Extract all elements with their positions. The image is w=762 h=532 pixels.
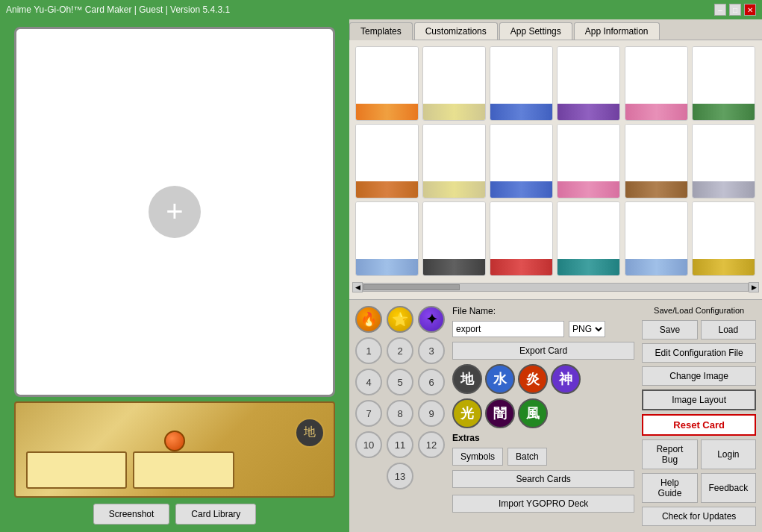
app-title: Anime Yu-Gi-Oh!™ Card Maker | Guest | Ve… xyxy=(6,4,230,15)
card-attribute-symbol: 地 xyxy=(295,418,325,448)
template-card[interactable] xyxy=(490,46,553,121)
load-button[interactable]: Load xyxy=(701,320,756,339)
scroll-track[interactable] xyxy=(363,283,749,292)
spell-attribute-circle[interactable]: ✦ xyxy=(418,306,445,333)
import-ygopro-button[interactable]: Import YGOPRO Deck xyxy=(452,495,634,513)
reset-card-button[interactable]: Reset Card xyxy=(642,414,756,436)
template-card[interactable] xyxy=(692,201,755,276)
bottom-controls: 🔥 ⭐ ✦ 1 2 3 4 5 6 7 8 9 10 11 12 xyxy=(349,299,762,532)
num-7[interactable]: 7 xyxy=(355,400,382,427)
add-card-icon[interactable]: + xyxy=(149,186,201,238)
num-5[interactable]: 5 xyxy=(387,369,413,395)
num-3[interactable]: 3 xyxy=(418,337,445,364)
template-card[interactable] xyxy=(692,46,755,121)
template-card[interactable] xyxy=(625,124,688,198)
num-13[interactable]: 13 xyxy=(387,463,413,489)
close-button[interactable]: ✕ xyxy=(744,4,756,16)
template-card[interactable] xyxy=(355,46,419,121)
right-buttons-section: Save/Load Configuration Save Load Edit C… xyxy=(642,306,756,526)
image-layout-button[interactable]: Image Layout xyxy=(642,389,756,410)
card-text-box-2 xyxy=(133,451,234,489)
dark-attribute[interactable]: 闇 xyxy=(485,398,515,428)
divine-attribute[interactable]: 神 xyxy=(551,364,581,394)
template-card[interactable] xyxy=(557,46,620,121)
tab-customizations[interactable]: Customizations xyxy=(414,22,498,40)
login-button[interactable]: Login xyxy=(701,439,756,469)
search-cards-button[interactable]: Search Cards xyxy=(452,470,634,488)
earth-attribute[interactable]: 地 xyxy=(452,364,482,394)
report-bug-button[interactable]: Report Bug xyxy=(642,439,697,469)
save-load-label: Save/Load Configuration xyxy=(642,306,756,315)
card-text-boxes xyxy=(23,451,289,489)
file-name-label: File Name: xyxy=(452,306,496,316)
num-10[interactable]: 10 xyxy=(355,431,382,458)
num-2[interactable]: 2 xyxy=(387,337,413,364)
template-card[interactable] xyxy=(692,124,755,198)
screenshot-button[interactable]: Screenshot xyxy=(93,504,170,525)
num-12[interactable]: 12 xyxy=(418,431,445,458)
num-9[interactable]: 9 xyxy=(418,400,445,427)
num-1[interactable]: 1 xyxy=(355,337,382,364)
num-empty-2 xyxy=(418,463,445,489)
extras-label: Extras xyxy=(452,433,480,443)
format-select[interactable]: PNG JPG BMP xyxy=(569,321,605,337)
number-grid: 1 2 3 4 5 6 7 8 9 10 11 12 13 xyxy=(355,337,445,489)
maximize-button[interactable]: □ xyxy=(729,4,741,16)
attribute-section: 🔥 ⭐ ✦ 1 2 3 4 5 6 7 8 9 10 11 12 xyxy=(355,306,445,526)
change-image-button[interactable]: Change Image xyxy=(642,366,756,386)
scroll-left-arrow[interactable]: ◀ xyxy=(352,282,363,292)
tab-app-settings[interactable]: App Settings xyxy=(499,22,572,40)
mid-section: File Name: PNG JPG BMP Export Card 地 水 炎 xyxy=(452,306,634,526)
title-bar: Anime Yu-Gi-Oh!™ Card Maker | Guest | Ve… xyxy=(0,0,762,19)
light-attribute[interactable]: 光 xyxy=(452,398,482,428)
template-card[interactable] xyxy=(355,124,419,198)
feedback-button[interactable]: Feedback xyxy=(701,473,756,503)
template-card[interactable] xyxy=(557,124,620,198)
num-8[interactable]: 8 xyxy=(387,400,413,427)
num-6[interactable]: 6 xyxy=(418,369,445,395)
template-card[interactable] xyxy=(422,201,486,276)
minimize-button[interactable]: – xyxy=(714,4,726,16)
template-card[interactable] xyxy=(490,201,553,276)
template-card[interactable] xyxy=(490,124,553,198)
file-name-input[interactable] xyxy=(452,321,564,337)
save-load-row: Save Load xyxy=(642,320,756,339)
template-card[interactable] xyxy=(422,46,486,121)
num-4[interactable]: 4 xyxy=(355,369,382,395)
help-guide-button[interactable]: Help Guide xyxy=(642,473,697,503)
fire-attribute-circle[interactable]: 🔥 xyxy=(355,306,382,333)
card-text-box-1 xyxy=(26,451,127,489)
bottom-right-row-2: Help Guide Feedback xyxy=(642,473,756,503)
edit-config-button[interactable]: Edit Configuration File xyxy=(642,343,756,363)
template-card[interactable] xyxy=(422,124,486,198)
star-attribute-circle[interactable]: ⭐ xyxy=(387,306,413,333)
batch-button[interactable]: Batch xyxy=(508,448,547,466)
scroll-right-arrow[interactable]: ▶ xyxy=(749,282,759,292)
right-panel: Templates Customizations App Settings Ap… xyxy=(349,19,762,532)
bottom-buttons: Screenshot Card Library xyxy=(93,504,257,525)
water-attribute[interactable]: 水 xyxy=(485,364,515,394)
tab-templates[interactable]: Templates xyxy=(349,22,413,40)
templates-area: ◀ ▶ xyxy=(349,40,762,299)
card-preview[interactable]: + xyxy=(14,27,335,397)
template-card[interactable] xyxy=(625,201,688,276)
horizontal-scrollbar[interactable]: ◀ ▶ xyxy=(352,281,759,294)
kanji-icons-row: 地 水 炎 神 xyxy=(452,364,634,394)
tab-app-information[interactable]: App Information xyxy=(574,22,660,40)
scroll-thumb[interactable] xyxy=(363,284,460,290)
num-11[interactable]: 11 xyxy=(387,431,413,458)
tab-bar: Templates Customizations App Settings Ap… xyxy=(349,19,762,40)
card-library-button[interactable]: Card Library xyxy=(175,504,256,525)
fire-kanji-attribute[interactable]: 炎 xyxy=(518,364,548,394)
save-button[interactable]: Save xyxy=(642,320,697,339)
wind-attribute[interactable]: 風 xyxy=(518,398,548,428)
card-bottom: 地 xyxy=(14,401,335,498)
file-input-row: PNG JPG BMP xyxy=(452,321,634,337)
file-name-row: File Name: xyxy=(452,306,634,316)
export-card-button[interactable]: Export Card xyxy=(452,342,634,360)
check-updates-button[interactable]: Check for Updates xyxy=(642,507,756,526)
template-card[interactable] xyxy=(557,201,620,276)
template-card[interactable] xyxy=(355,201,419,276)
template-card[interactable] xyxy=(625,46,688,121)
symbols-button[interactable]: Symbols xyxy=(452,448,503,466)
